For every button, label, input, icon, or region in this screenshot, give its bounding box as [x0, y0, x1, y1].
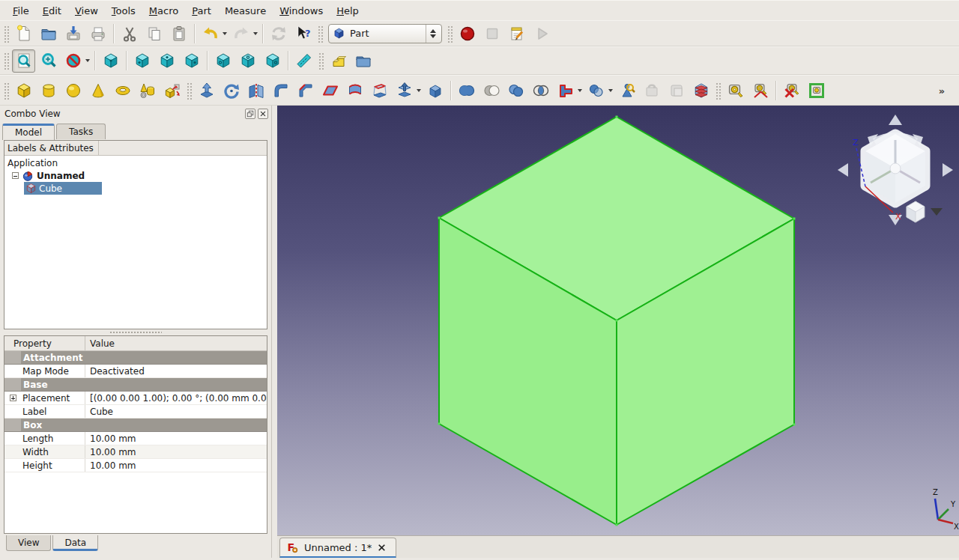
- property-row-label[interactable]: LabelCube: [4, 405, 267, 419]
- workbench-selector[interactable]: Part: [328, 24, 442, 43]
- float-panel-button[interactable]: [245, 109, 255, 119]
- placement-expander[interactable]: [10, 395, 16, 401]
- property-column-header[interactable]: Property: [4, 336, 85, 350]
- open-folder-button[interactable]: [37, 22, 60, 45]
- boolean-section-button[interactable]: [529, 79, 552, 102]
- ruled-surface-button[interactable]: [343, 79, 366, 102]
- cut-button[interactable]: [118, 22, 141, 45]
- tab-tasks[interactable]: Tasks: [56, 124, 106, 139]
- property-row-height[interactable]: Height10.00 mm: [4, 459, 267, 472]
- value-column-header[interactable]: Value: [85, 338, 115, 349]
- part-workbench-button[interactable]: [327, 49, 350, 73]
- macro-edit-button[interactable]: [505, 22, 528, 45]
- box-button[interactable]: [12, 79, 35, 102]
- view-isometric-button[interactable]: [99, 49, 122, 73]
- check-geometry-button[interactable]: [615, 79, 638, 102]
- view-bottom-button[interactable]: [236, 49, 259, 73]
- tree-item-cube[interactable]: Cube: [4, 182, 267, 195]
- measure-toolbar-handle[interactable]: [715, 82, 721, 100]
- measure-angular-button[interactable]: [748, 79, 772, 102]
- close-tab-icon[interactable]: [377, 543, 387, 553]
- revolve-button[interactable]: [220, 79, 243, 102]
- property-value[interactable]: 10.00 mm: [85, 433, 267, 444]
- 3d-viewport[interactable]: Z X Z Y X: [277, 106, 959, 535]
- tilt-up-arrow[interactable]: [889, 115, 902, 125]
- structure-toolbar-handle[interactable]: [318, 52, 324, 70]
- main-splitter[interactable]: [272, 106, 277, 558]
- close-panel-button[interactable]: [258, 109, 268, 119]
- sweep-button[interactable]: [393, 79, 416, 102]
- whats-this-button[interactable]: ?: [291, 22, 315, 45]
- paste-button[interactable]: [167, 22, 190, 45]
- cross-sections-button[interactable]: [689, 79, 713, 102]
- part-tools-toolbar-handle[interactable]: [186, 82, 192, 100]
- view-toolbar-handle[interactable]: [3, 52, 9, 70]
- torus-button[interactable]: [111, 79, 134, 102]
- measure-clear-button[interactable]: [780, 79, 803, 102]
- cone-button[interactable]: [86, 79, 109, 102]
- menu-edit[interactable]: Edit: [36, 3, 68, 19]
- fit-all-button[interactable]: [12, 49, 35, 73]
- toolbar-overflow-button[interactable]: »: [937, 82, 953, 99]
- offset-button[interactable]: [423, 79, 447, 102]
- menu-windows[interactable]: Windows: [273, 3, 330, 19]
- macro-toolbar-handle[interactable]: [447, 25, 453, 43]
- boolean-intersection-button[interactable]: [504, 79, 527, 102]
- property-group-box[interactable]: Box: [4, 419, 267, 432]
- property-value[interactable]: [(0.00 0.00 1.00); 0.00 °; (0.00 mm 0.00…: [85, 393, 267, 404]
- view-rear-button[interactable]: [211, 49, 235, 73]
- menu-tools[interactable]: Tools: [105, 3, 142, 19]
- fillet-button[interactable]: [269, 79, 292, 102]
- nav-menu-dropdown[interactable]: [931, 208, 943, 216]
- property-group-attachment[interactable]: Attachment: [4, 351, 267, 365]
- boolean-union-button[interactable]: [455, 79, 478, 102]
- property-row-placement[interactable]: Placement[(0.00 0.00 1.00); 0.00 °; (0.0…: [4, 392, 267, 405]
- redo-dropdown-arrow[interactable]: [253, 32, 258, 35]
- workbench-spinner[interactable]: [426, 25, 440, 43]
- nav-view-menu-cube[interactable]: [907, 201, 925, 222]
- boolean-op-dropdown-arrow[interactable]: [578, 89, 582, 92]
- measure-linear-button[interactable]: [724, 79, 747, 102]
- macro-record-button[interactable]: [456, 22, 479, 45]
- undo-button[interactable]: [199, 22, 222, 45]
- property-row-length[interactable]: Length10.00 mm: [4, 432, 267, 445]
- measure-distance-button[interactable]: [292, 49, 315, 73]
- panel-splitter[interactable]: [0, 329, 271, 335]
- view-front-button[interactable]: [130, 49, 154, 73]
- sweep-dropdown-arrow[interactable]: [417, 89, 421, 92]
- rotate-left-arrow[interactable]: [838, 163, 848, 177]
- join-features-dropdown-arrow[interactable]: [608, 89, 613, 92]
- file-toolbar-handle[interactable]: [3, 25, 9, 43]
- tab-data[interactable]: Data: [52, 535, 98, 551]
- sphere-button[interactable]: [61, 79, 85, 102]
- menu-view[interactable]: View: [68, 3, 105, 19]
- tree-item-document[interactable]: Unnamed: [4, 169, 267, 182]
- primitives-toolbar-handle[interactable]: [3, 82, 9, 100]
- selected-tree-item[interactable]: Cube: [24, 182, 102, 195]
- menu-part[interactable]: Part: [185, 3, 218, 19]
- print-button[interactable]: [86, 22, 109, 45]
- copy-button[interactable]: [142, 22, 166, 45]
- view-right-button[interactable]: [180, 49, 203, 73]
- property-value[interactable]: Cube: [85, 407, 267, 417]
- draw-style-button[interactable]: [61, 49, 85, 73]
- loft-button[interactable]: [368, 79, 391, 102]
- tab-model[interactable]: Model: [2, 124, 55, 140]
- undo-dropdown-arrow[interactable]: [223, 32, 227, 35]
- menu-macro[interactable]: Macro: [142, 3, 185, 19]
- shape-builder-button[interactable]: [160, 79, 184, 102]
- collapse-expander[interactable]: [12, 172, 19, 179]
- menu-help[interactable]: Help: [330, 3, 366, 19]
- boolean-op-button[interactable]: [554, 79, 577, 102]
- draw-style-dropdown-arrow[interactable]: [85, 59, 90, 62]
- mirror-button[interactable]: [244, 79, 267, 102]
- view-left-button[interactable]: [261, 49, 284, 73]
- document-tab-unnamed[interactable]: F Unnamed : 1*: [279, 538, 396, 559]
- property-value[interactable]: Deactivated: [85, 366, 267, 377]
- create-primitives-button[interactable]: [136, 79, 159, 102]
- tree-column-header[interactable]: Labels & Attributes: [4, 141, 99, 155]
- chamfer-button[interactable]: [294, 79, 317, 102]
- property-value[interactable]: 10.00 mm: [85, 460, 267, 471]
- boolean-cut-button[interactable]: [480, 79, 503, 102]
- property-group-base[interactable]: Base: [4, 378, 267, 392]
